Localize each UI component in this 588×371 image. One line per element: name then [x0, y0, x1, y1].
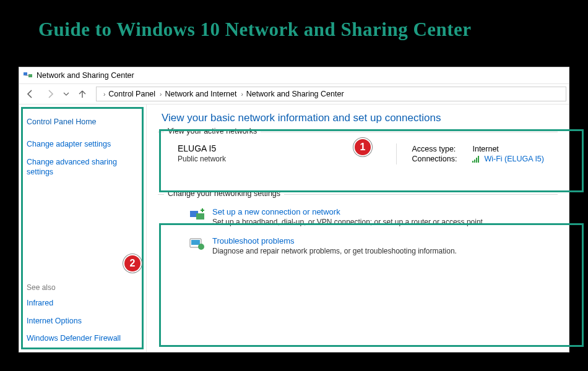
main-panel: View your basic network information and …	[147, 104, 569, 352]
see-also-label: See also	[27, 283, 139, 292]
network-sharing-window: Network and Sharing Center ›Control Pane…	[19, 67, 569, 352]
chevron-right-icon: ›	[239, 91, 244, 98]
see-also-infrared-link[interactable]: Infrared	[27, 298, 139, 308]
troubleshoot-item: Troubleshoot problems Diagnose and repai…	[164, 232, 551, 262]
setup-connection-desc: Set up a broadband, dial-up, or VPN conn…	[212, 218, 485, 226]
breadcrumb-bar[interactable]: ›Control Panel ›Network and Internet ›Ne…	[96, 87, 566, 101]
active-networks-group: View your active networks ELUGA I5 Publi…	[158, 132, 558, 173]
svg-rect-0	[24, 72, 27, 75]
up-button[interactable]	[74, 85, 91, 103]
see-also-defender-firewall-link[interactable]: Windows Defender Firewall	[27, 333, 139, 343]
access-type-value: Internet	[472, 145, 498, 153]
svg-rect-7	[191, 240, 200, 245]
setup-connection-item: Set up a new connection or network Set u…	[164, 203, 551, 232]
troubleshoot-link[interactable]: Troubleshoot problems	[212, 236, 457, 245]
setup-connection-link[interactable]: Set up a new connection or network	[212, 207, 485, 216]
connections-label: Connections:	[412, 155, 467, 163]
change-settings-label: Change your networking settings	[164, 189, 284, 198]
window-titlebar: Network and Sharing Center	[19, 67, 569, 83]
access-type-label: Access type:	[412, 145, 467, 153]
back-button[interactable]	[22, 85, 39, 103]
change-advanced-sharing-link[interactable]: Change advanced sharing settings	[27, 157, 139, 177]
forward-button[interactable]	[41, 85, 59, 103]
svg-point-8	[198, 244, 204, 250]
main-heading: View your basic network information and …	[162, 112, 558, 124]
change-settings-group: Change your networking settings Set up a…	[158, 194, 558, 267]
wifi-signal-icon	[472, 155, 479, 163]
sidebar: Control Panel Home Change adapter settin…	[19, 104, 147, 352]
chevron-right-icon: ›	[102, 91, 107, 98]
change-adapter-settings-link[interactable]: Change adapter settings	[27, 139, 139, 149]
network-name: ELUGA I5	[178, 143, 226, 153]
svg-rect-5	[196, 213, 204, 220]
network-type: Public network	[178, 155, 226, 163]
setup-connection-icon	[189, 207, 206, 222]
network-center-icon	[23, 70, 33, 80]
breadcrumb-item[interactable]: Network and Internet	[165, 90, 236, 98]
network-details: Access type: Internet Connections: Wi-Fi…	[396, 143, 544, 164]
chevron-right-icon: ›	[158, 91, 163, 98]
control-panel-home-link[interactable]: Control Panel Home	[27, 117, 139, 127]
see-also-internet-options-link[interactable]: Internet Options	[27, 316, 139, 326]
connection-link[interactable]: Wi-Fi (ELUGA I5)	[484, 155, 544, 163]
breadcrumb-item[interactable]: Control Panel	[108, 90, 155, 98]
troubleshoot-desc: Diagnose and repair network problems, or…	[212, 247, 457, 255]
breadcrumb-item[interactable]: Network and Sharing Center	[246, 90, 344, 98]
active-networks-label: View your active networks	[164, 127, 261, 135]
troubleshoot-icon	[189, 236, 206, 251]
active-network-block: ELUGA I5 Public network	[178, 143, 226, 164]
recent-dropdown[interactable]	[61, 85, 71, 103]
window-title-text: Network and Sharing Center	[37, 71, 134, 80]
address-bar: ›Control Panel ›Network and Internet ›Ne…	[19, 83, 569, 104]
page-heading: Guide to Windows 10 Network and Sharing …	[0, 0, 588, 41]
